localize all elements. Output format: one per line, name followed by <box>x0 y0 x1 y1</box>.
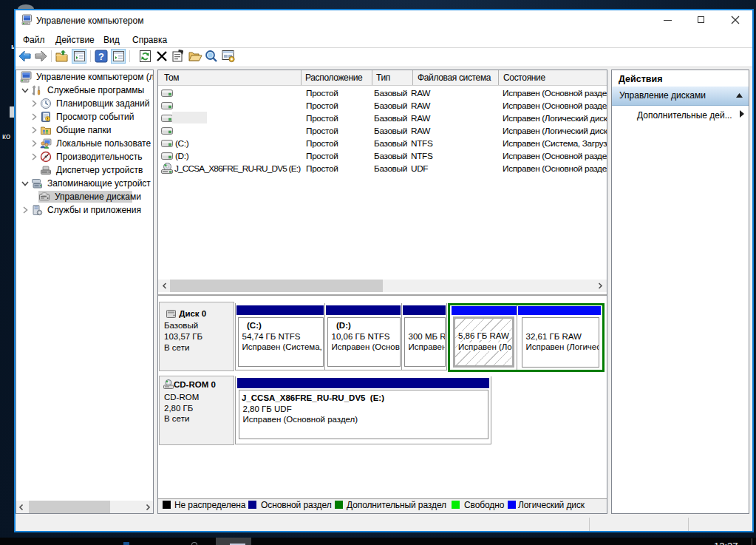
svg-text:?: ? <box>98 51 104 62</box>
